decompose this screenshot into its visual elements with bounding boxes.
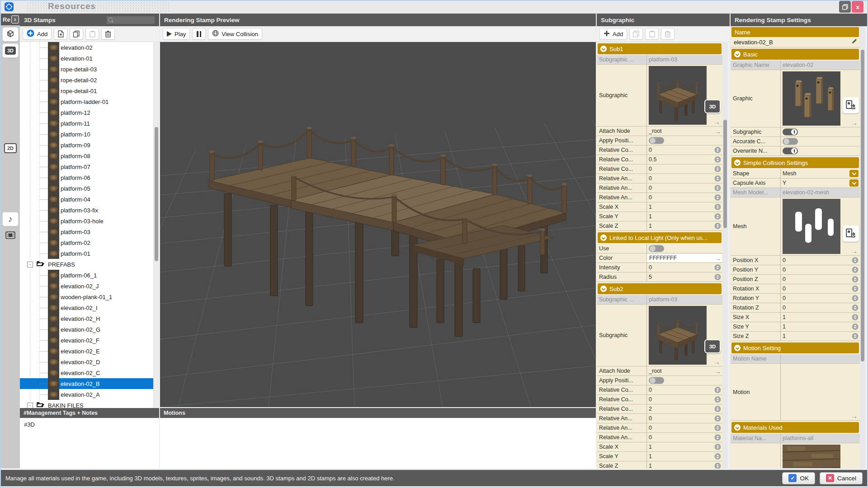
spinner-icon[interactable] xyxy=(852,276,859,283)
tree-item-row[interactable]: wooden-plank-01_1 xyxy=(20,291,159,302)
dropdown-button[interactable] xyxy=(849,170,859,177)
property-value-cell[interactable]: 0 xyxy=(647,164,722,174)
property-value-cell[interactable]: 1 xyxy=(647,452,722,461)
settings-scrollbar-thumb[interactable] xyxy=(861,50,864,361)
property-value-cell[interactable] xyxy=(647,244,722,253)
property-value-cell[interactable]: 1 xyxy=(781,332,860,341)
delete-subgraphic-button[interactable] xyxy=(661,28,675,40)
property-value-cell[interactable]: 1 xyxy=(781,313,860,322)
tab-sounds[interactable]: ♪ xyxy=(2,212,19,226)
motions-list[interactable] xyxy=(160,418,596,469)
tree-item-row[interactable]: platform-03-hole xyxy=(20,216,159,226)
toggle-switch[interactable] xyxy=(783,148,798,155)
tree-item-row[interactable]: elevation-02_F xyxy=(20,335,159,346)
tree-scrollbar-thumb[interactable] xyxy=(155,127,158,261)
spinner-icon[interactable] xyxy=(714,166,721,173)
expand-panel-button[interactable]: › xyxy=(11,15,19,23)
property-value-cell[interactable]: Mesh xyxy=(781,169,860,178)
tree-item-row[interactable]: elevation-01 xyxy=(20,53,159,64)
settings-name-value[interactable]: elevation-02_B xyxy=(731,37,860,47)
property-value-cell[interactable]: 0 xyxy=(647,174,722,183)
property-value-cell[interactable]: 0 xyxy=(647,385,722,394)
property-value-cell[interactable] xyxy=(781,146,860,155)
ok-button[interactable]: ✓OK xyxy=(782,472,815,484)
tree-item-row[interactable]: platform-10 xyxy=(20,129,159,140)
tab-3d-stamps[interactable]: 3D xyxy=(2,43,19,58)
spinner-icon[interactable] xyxy=(852,286,859,292)
thumbnail-preview[interactable] xyxy=(783,71,840,126)
property-value-cell[interactable]: 1 xyxy=(647,442,722,451)
expand-arrow-icon[interactable]: → xyxy=(713,358,720,365)
spinner-icon[interactable] xyxy=(852,257,859,264)
property-value-cell[interactable]: 5 xyxy=(647,272,722,282)
expand-arrow-icon[interactable]: → xyxy=(851,248,858,254)
expander-minus-icon[interactable]: − xyxy=(27,262,33,267)
subgraphic-section-header[interactable]: Sub2 xyxy=(598,283,722,294)
stamps-tree[interactable]: elevation-02elevation-01rope-detail-03ro… xyxy=(20,42,159,408)
spinner-icon[interactable] xyxy=(852,305,859,311)
tree-item-row[interactable]: rope-detail-03 xyxy=(20,64,159,75)
property-value-cell[interactable] xyxy=(781,137,860,146)
jump-to-resource-icon[interactable] xyxy=(843,225,859,242)
tree-item-row[interactable]: platform-03-fix xyxy=(20,205,159,216)
spinner-icon[interactable] xyxy=(714,406,721,413)
spinner-icon[interactable] xyxy=(852,314,859,321)
paste-subgraphic-button[interactable] xyxy=(645,28,659,40)
spinner-icon[interactable] xyxy=(714,204,721,211)
property-value-cell[interactable]: 0 xyxy=(647,395,722,404)
collapsed-resources-header[interactable]: Re › xyxy=(1,14,20,25)
tree-item-row[interactable]: platform-09 xyxy=(20,140,159,150)
tree-item-row[interactable]: platform-ladder-01 xyxy=(20,96,159,107)
preview-viewport[interactable] xyxy=(160,42,596,407)
property-value-cell[interactable]: 0 xyxy=(647,145,722,155)
property-value-cell[interactable]: 0 xyxy=(647,263,722,272)
tree-item-row[interactable]: platform-01 xyxy=(20,248,159,259)
property-value-cell[interactable] xyxy=(647,376,722,385)
tree-item-row[interactable]: elevation-02_C xyxy=(20,367,159,378)
add-stamp-button[interactable]: Add xyxy=(23,28,52,40)
tree-item-row[interactable]: platform-08 xyxy=(20,150,159,161)
property-value-cell[interactable]: 0 xyxy=(647,193,722,202)
property-value-cell[interactable]: 0 xyxy=(781,256,860,265)
subgraphic-section-header[interactable]: Sub1 xyxy=(598,43,722,54)
property-value-cell[interactable]: 0 xyxy=(647,414,722,423)
property-value-cell[interactable]: 0 xyxy=(781,303,860,312)
play-button[interactable]: Play xyxy=(163,28,190,40)
jump-to-resource-icon[interactable] xyxy=(843,97,859,113)
pause-button[interactable] xyxy=(192,28,206,40)
settings-section-header[interactable]: Basic xyxy=(731,49,859,60)
tree-item-row[interactable]: elevation-02_G xyxy=(20,324,159,335)
property-value-cell[interactable]: 0 xyxy=(781,284,860,293)
toggle-switch[interactable] xyxy=(649,377,664,384)
spinner-icon[interactable] xyxy=(714,264,721,271)
property-value-cell[interactable]: 0 xyxy=(647,433,722,442)
property-value-cell[interactable]: Y xyxy=(781,178,860,188)
spinner-icon[interactable] xyxy=(714,387,721,394)
spinner-icon[interactable] xyxy=(714,156,721,163)
tree-item-row[interactable]: elevation-02_H xyxy=(20,313,159,324)
spinner-icon[interactable] xyxy=(714,444,721,450)
tree-item-row[interactable]: platform-04 xyxy=(20,194,159,205)
property-value-cell[interactable]: 0 xyxy=(647,423,722,432)
property-value-cell[interactable]: 1 xyxy=(647,212,722,221)
dropdown-button[interactable] xyxy=(849,179,859,187)
tree-item-row[interactable]: platform-05 xyxy=(20,183,159,194)
toggle-switch[interactable] xyxy=(783,138,798,145)
spinner-icon[interactable] xyxy=(852,267,859,273)
property-value-cell[interactable]: 1 xyxy=(781,322,860,331)
property-value-cell[interactable]: 0 xyxy=(647,183,722,192)
property-value-cell[interactable] xyxy=(781,127,860,136)
property-value-cell[interactable]: FFFFFFFF→ xyxy=(647,253,722,263)
expand-arrow-icon[interactable]: → xyxy=(714,368,721,375)
subgraphic-scrollbar-thumb[interactable] xyxy=(723,120,727,228)
tree-folder-row[interactable]: −PREFABS xyxy=(20,259,159,270)
tree-item-row[interactable]: platform-06_1 xyxy=(20,270,159,281)
expander-minus-icon[interactable]: − xyxy=(27,403,33,408)
tree-item-row[interactable]: elevation-02_A xyxy=(20,389,159,400)
spinner-icon[interactable] xyxy=(714,185,721,192)
3d-resource-icon[interactable]: 3D xyxy=(704,99,721,113)
restore-window-button[interactable] xyxy=(839,1,851,13)
stamps-search-input[interactable] xyxy=(114,17,147,23)
stamps-search-box[interactable] xyxy=(106,16,155,24)
spinner-icon[interactable] xyxy=(714,415,721,422)
